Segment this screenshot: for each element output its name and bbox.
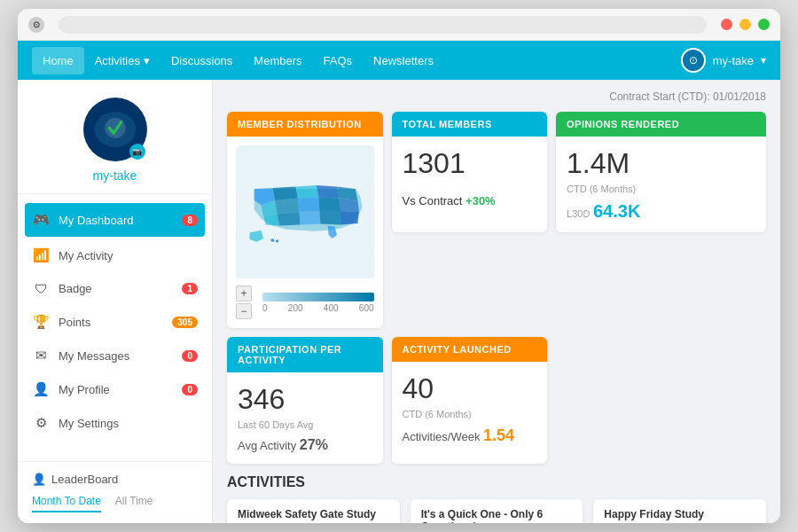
sidebar-item-my-settings[interactable]: ⚙ My Settings — [18, 406, 212, 440]
nav-brand: my-take — [713, 54, 754, 67]
activity-card-3: Happy Friday Study Report Finished (297 … — [593, 499, 766, 523]
opinions-rendered-sub: CTD (6 Months) — [567, 184, 755, 194]
avatar: 📷 — [83, 98, 147, 161]
legend-label-600: 600 — [359, 303, 374, 313]
total-members-compare: Vs Contract +30% — [403, 194, 537, 207]
member-distribution-card: MEMBER DISTRIBUTION — [227, 112, 383, 328]
activity-title-2: It's a Quick One - Only 6 Questions! — [411, 499, 583, 523]
participation-header: PARTICIPATION PER ACTIVITY — [227, 337, 383, 372]
camera-icon[interactable]: 📷 — [129, 144, 145, 160]
tab-month-to-date[interactable]: Month To Date — [32, 495, 101, 512]
activities-section: ACTIVITIES Midweek Safety Gate Study Liv… — [227, 474, 766, 523]
dashboard: Contract Start (CTD): 01/01/2018 TOTAL M… — [213, 80, 780, 523]
sidebar-item-points[interactable]: 🏆 Points 305 — [18, 305, 212, 339]
opinions-rendered-card: OPINIONS RENDERED 1.4M CTD (6 Months) L3… — [556, 112, 766, 232]
messages-icon: ✉ — [32, 348, 50, 364]
member-distribution-header: MEMBER DISTRIBUTION — [227, 112, 383, 137]
activity-launched-card: ACTIVITY LAUNCHED 40 CTD (6 Months) Acti… — [392, 337, 548, 464]
badge-icon: 🛡 — [32, 281, 50, 296]
activity-title-1: Midweek Safety Gate Study — [227, 499, 400, 523]
nav-avatar[interactable]: ⊙ — [681, 48, 706, 73]
nav-discussions[interactable]: Discussions — [160, 47, 243, 74]
leaderboard-tabs: Month To Date All Time — [32, 495, 198, 512]
activity-card-1: Midweek Safety Gate Study Live! 218 Comp… — [227, 499, 400, 523]
nav-bar: Home Activities ▾ Discussions Members FA… — [18, 41, 780, 80]
dashboard-icon: 🎮 — [32, 212, 50, 228]
participation-number: 346 — [238, 383, 372, 416]
activities-title: ACTIVITIES — [227, 474, 766, 490]
sidebar-profile: 📷 my-take — [18, 80, 212, 194]
opinions-rendered-number: 1.4M — [567, 147, 755, 180]
sidebar-item-badge[interactable]: 🛡 Badge 1 — [18, 272, 212, 305]
sidebar-item-my-profile[interactable]: 👤 My Profile 0 — [18, 372, 212, 406]
nav-faqs[interactable]: FAQs — [313, 47, 364, 74]
participation-card: PARTICIPATION PER ACTIVITY 346 Last 60 D… — [227, 337, 383, 464]
sidebar: 📷 my-take 🎮 My Dashboard 8 📶 My Activity — [18, 80, 213, 523]
activity-launched-header: ACTIVITY LAUNCHED — [392, 337, 548, 362]
main-content: 📷 my-take 🎮 My Dashboard 8 📶 My Activity — [18, 80, 780, 523]
minimize-button[interactable] — [739, 19, 751, 30]
total-members-number: 1301 — [403, 147, 537, 180]
activity-launched-number: 40 — [403, 372, 537, 405]
title-bar: ⊙ — [18, 9, 780, 41]
us-map[interactable] — [236, 145, 374, 278]
tab-all-time[interactable]: All Time — [115, 495, 153, 512]
legend-label-400: 400 — [324, 303, 339, 313]
activity-title-3: Happy Friday Study — [593, 499, 766, 523]
profile-name: my-take — [93, 168, 137, 183]
app-window: ⊙ Home Activities ▾ Discussions Members … — [18, 9, 780, 523]
zoom-out-button[interactable]: − — [236, 303, 252, 319]
browser-icon: ⊙ — [28, 17, 44, 33]
legend-label-200: 200 — [288, 303, 303, 313]
legend-label-0: 0 — [262, 303, 268, 313]
map-controls: + − — [236, 286, 252, 319]
activity-icon: 📶 — [32, 247, 50, 263]
nav-members[interactable]: Members — [243, 47, 312, 74]
map-legend: + − 0 200 400 600 — [236, 286, 374, 319]
participation-sub: Last 60 Days Avg — [238, 419, 372, 430]
sidebar-item-my-activity[interactable]: 📶 My Activity — [18, 239, 212, 272]
activity-cards: Midweek Safety Gate Study Live! 218 Comp… — [227, 499, 766, 523]
leaderboard-section: 👤 LeaderBoard Month To Date All Time — [18, 461, 212, 523]
zoom-in-button[interactable]: + — [236, 286, 252, 301]
profile-icon: 👤 — [32, 381, 50, 397]
activity-launched-rate: Activities/Week 1.54 — [403, 426, 537, 445]
url-bar[interactable] — [59, 16, 707, 34]
nav-dropdown-icon[interactable]: ▾ — [761, 54, 766, 66]
total-members-header: TOTAL MEMBERS — [392, 112, 548, 137]
chevron-down-icon: ▾ — [144, 54, 150, 67]
leaderboard-title: 👤 LeaderBoard — [32, 473, 198, 486]
activity-launched-sub: CTD (6 Months) — [403, 409, 537, 419]
close-button[interactable] — [721, 19, 732, 30]
nav-right: ⊙ my-take ▾ — [681, 48, 766, 73]
nav-home[interactable]: Home — [32, 47, 84, 74]
total-members-card: TOTAL MEMBERS 1301 Vs Contract +30% — [392, 112, 548, 232]
contract-info: Contract Start (CTD): 01/01/2018 — [227, 90, 766, 103]
leaderboard-icon: 👤 — [32, 473, 46, 486]
sidebar-menu: 🎮 My Dashboard 8 📶 My Activity 🛡 Badge 1 — [18, 194, 212, 461]
sidebar-item-my-messages[interactable]: ✉ My Messages 0 — [18, 339, 212, 372]
settings-icon: ⚙ — [32, 415, 50, 431]
maximize-button[interactable] — [758, 19, 770, 30]
participation-avg: Avg Activity 27% — [238, 437, 372, 453]
opinions-rendered-header: OPINIONS RENDERED — [556, 112, 766, 137]
opinions-rendered-l30d: L30D 64.3K — [567, 201, 755, 222]
nav-newsletters[interactable]: Newsletters — [363, 47, 444, 74]
activity-card-2: It's a Quick One - Only 6 Questions! Rep… — [411, 499, 583, 523]
points-icon: 🏆 — [32, 314, 50, 330]
sidebar-item-my-dashboard[interactable]: 🎮 My Dashboard 8 — [25, 203, 205, 237]
nav-activities[interactable]: Activities ▾ — [84, 47, 160, 74]
